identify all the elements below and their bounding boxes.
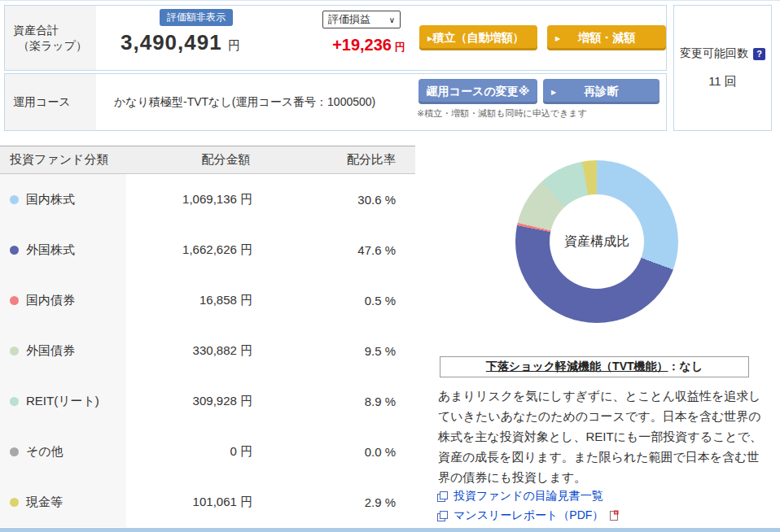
simultaneous-apply-note: ※積立・増額・減額も同時に申込できます [417,107,587,120]
chevron-down-icon: ∨ [389,15,395,24]
course-description: あまりリスクを気にしすぎずに、とことん収益性を追求していきたいあなたのためのコー… [438,386,766,487]
tvt-label: 下落ショック軽減機能（TVT機能） [486,360,668,374]
fund-category-label: 外国債券 [26,343,75,359]
table-row: REIT(リート)309,928 円8.9 % [0,376,415,426]
course-change-button[interactable]: ▶ 運用コースの変更※ [418,79,537,104]
change-count-value: 11 回 [708,74,737,89]
category-color-dot [10,347,19,355]
tvt-function-box: 下落ショック軽減機能（TVT機能）：なし [440,356,749,377]
category-color-dot [10,195,19,204]
donut-center-label: 資産構成比 [550,194,644,289]
fund-ratio-cell: 30.6 % [261,193,415,207]
profit-loss-value: +19,236円 [318,36,405,55]
tsumitate-button[interactable]: ▶ 積立（自動増額） [419,25,537,50]
yen-suffix-red: 円 [395,41,405,53]
course-label-cell: 運用コース [5,74,96,130]
rediagnosis-button-label: 再診断 [585,85,619,99]
monthly-report-link[interactable]: マンスリーレポート（PDF） [437,508,619,523]
assets-label-cell: 資産合計 （楽ラップ） [5,6,96,70]
category-color-dot [10,447,19,456]
arrow-icon: ▶ [427,88,432,95]
fund-amount-cell: 330,882 円 [126,343,261,359]
arrow-icon: ▶ [427,34,432,41]
fund-category-label: 国内債券 [26,293,75,308]
pl-select-value: 評価損益 [328,12,370,27]
header-allocation-ratio: 配分比率 [313,152,415,168]
assets-label-line2: （楽ラップ） [13,38,96,54]
external-link-icon [437,491,448,502]
fund-ratio-cell: 9.5 % [261,344,415,358]
document-links: 投資ファンドの目論見書一覧 マンスリーレポート（PDF） [437,489,619,523]
tsumitate-button-label: 積立（自動増額） [433,31,524,46]
bottom-divider-bar [0,528,780,532]
fund-allocation-table: 投資ファンド分類 配分金額 配分比率 国内株式1,069,136 円30.6 %… [0,146,415,527]
rakuten-wrap-dashboard: 資産合計 （楽ラップ） 評価額非表示 3,490,491円 評価損益 ∨ +19… [0,0,780,532]
course-label: 運用コース [13,94,96,110]
fund-amount-cell: 16,858 円 [126,293,261,308]
course-content-cell: かなり積極型-TVTなし(運用コース番号：1000500) ▶ 運用コースの変更… [96,74,666,130]
fund-table-header: 投資ファンド分類 配分金額 配分比率 [0,146,415,174]
fund-category-label: その他 [26,444,64,460]
fund-category-label: 現金等 [26,495,63,510]
assets-content-cell: 評価額非表示 3,490,491円 評価損益 ∨ +19,236円 ▶ 積立（自… [96,6,666,70]
fund-amount-cell: 1,662,626 円 [126,242,261,258]
fund-table-body: 国内株式1,069,136 円30.6 %外国株式1,662,626 円47.6… [0,174,415,527]
monthly-report-link-label: マンスリーレポート（PDF） [454,508,603,523]
fund-ratio-cell: 0.0 % [261,445,415,459]
category-color-dot [10,296,19,305]
zougen-button[interactable]: ▶ 増額・減額 [547,25,666,50]
tvt-value: ：なし [668,360,703,374]
fund-ratio-cell: 8.9 % [261,395,415,408]
hide-valuation-badge[interactable]: 評価額非表示 [160,9,233,26]
fund-category-cell: 外国株式 [0,225,126,275]
arrow-icon: ▶ [551,88,556,95]
asset-composition-donut-chart: 資産構成比 [515,160,678,323]
fund-amount-cell: 309,928 円 [126,394,261,409]
help-icon[interactable]: ? [753,48,765,60]
fund-ratio-cell: 2.9 % [261,495,415,509]
course-row: 運用コース かなり積極型-TVTなし(運用コース番号：1000500) ▶ 運用… [4,73,667,131]
fund-category-cell: 現金等 [0,477,126,527]
table-row: 国内株式1,069,136 円30.6 % [0,174,415,225]
header-fund-category: 投資ファンド分類 [0,152,138,168]
assets-summary-row: 資産合計 （楽ラップ） 評価額非表示 3,490,491円 評価損益 ∨ +19… [4,5,667,71]
zougen-button-label: 増額・減額 [578,31,635,46]
rediagnosis-button[interactable]: ▶ 再診断 [543,79,659,104]
fund-category-label: 外国株式 [26,242,75,258]
pdf-icon [609,510,619,521]
change-count-panel: 変更可能回数 ? 11 回 [673,5,772,131]
fund-amount-cell: 101,061 円 [126,495,261,510]
course-value: かなり積極型-TVTなし(運用コース番号：1000500) [114,95,375,110]
fund-category-cell: その他 [0,426,126,477]
fund-category-cell: 国内株式 [0,174,126,225]
fund-category-label: REIT(リート) [26,394,99,409]
fund-category-cell: 外国債券 [0,325,126,376]
total-assets-number: 3,490,491 [121,30,222,55]
prospectus-link-label: 投資ファンドの目論見書一覧 [454,489,603,504]
fund-amount-cell: 0 円 [126,444,261,460]
profit-loss-number: +19,236 [332,36,392,54]
header-allocation-amount: 配分金額 [138,152,313,168]
table-row: 国内債券16,858 円0.5 % [0,275,415,325]
assets-label-line1: 資産合計 [13,23,96,38]
fund-category-cell: REIT(リート) [0,376,126,426]
change-count-label: 変更可能回数 [680,46,748,61]
course-change-button-label: 運用コースの変更※ [427,85,530,99]
table-row: 外国債券330,882 円9.5 % [0,325,415,376]
change-count-header: 変更可能回数 ? [680,46,765,61]
prospectus-link[interactable]: 投資ファンドの目論見書一覧 [437,489,619,504]
fund-category-label: 国内株式 [26,192,75,207]
fund-category-cell: 国内債券 [0,275,126,325]
table-row: その他0 円0.0 % [0,426,415,477]
arrow-icon: ▶ [555,34,560,41]
pl-type-select[interactable]: 評価損益 ∨ [322,11,401,28]
total-assets-amount: 3,490,491円 [121,30,240,55]
fund-amount-cell: 1,069,136 円 [126,192,261,207]
category-color-dot [10,498,19,507]
category-color-dot [10,397,19,406]
fund-ratio-cell: 0.5 % [261,294,415,307]
table-row: 現金等101,061 円2.9 % [0,477,415,527]
yen-suffix: 円 [228,38,240,52]
category-color-dot [10,246,19,255]
fund-ratio-cell: 47.6 % [261,243,415,257]
